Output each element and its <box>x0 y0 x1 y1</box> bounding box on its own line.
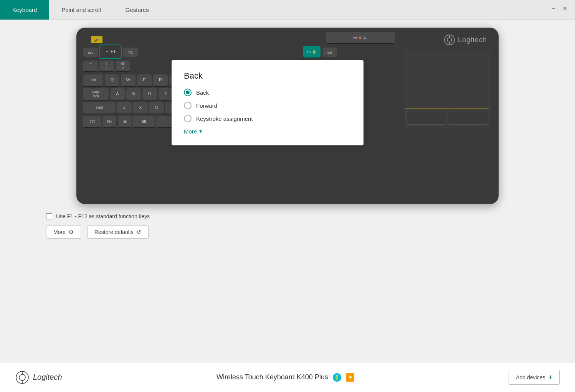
svg-point-1 <box>447 38 452 42</box>
star-status-icon: ✱ <box>346 373 354 382</box>
add-devices-label: Add devices <box>516 374 545 380</box>
key-1[interactable]: !1 <box>99 61 114 72</box>
key-f2[interactable]: F2 <box>123 48 138 58</box>
more-button[interactable]: More ⚙ <box>46 226 81 239</box>
key-f[interactable]: F <box>159 88 173 100</box>
tab-gestures[interactable]: Gestures <box>113 0 161 20</box>
touchpad-left-button[interactable] <box>406 111 446 125</box>
tab-point-scroll[interactable]: Point and scroll <box>49 0 113 20</box>
radio-back[interactable]: Back <box>184 89 351 96</box>
key-d[interactable]: D <box>142 88 157 100</box>
key-capslock[interactable]: capslock <box>83 88 109 100</box>
device-name: Wireless Touch Keyboard K400 Plus <box>216 373 328 381</box>
battery-led: 🎤 <box>91 36 102 43</box>
footer-logo: Logitech <box>15 371 62 384</box>
key-c[interactable]: C <box>149 102 164 114</box>
battery-status-icon: 🔋 <box>333 373 341 382</box>
touchpad[interactable] <box>405 51 489 127</box>
function-keys-checkbox[interactable] <box>46 213 52 219</box>
restore-defaults-button[interactable]: Restore defaults ↺ <box>87 226 149 239</box>
close-button[interactable]: ✕ <box>560 3 570 14</box>
touchpad-divider <box>405 109 489 109</box>
radio-forward-label: Forward <box>196 102 217 109</box>
key-del[interactable]: del <box>323 48 337 58</box>
minimize-button[interactable]: − <box>548 3 559 14</box>
add-devices-icon: + <box>548 373 552 381</box>
key-r[interactable]: R <box>153 74 168 87</box>
key-esc[interactable]: esc <box>83 48 98 58</box>
radio-back-label: Back <box>196 89 209 96</box>
keyboard-area: Logitech 🎤 esc ← F1 F2 ins 🔒 del back <box>76 28 499 204</box>
key-a[interactable]: A <box>110 88 125 100</box>
mic-icon: 🎤 <box>94 37 100 42</box>
popup-more-label: More <box>184 128 197 135</box>
key-shift-left[interactable]: shift <box>83 102 116 114</box>
radio-keystroke[interactable]: Keystroke assignment <box>184 115 351 122</box>
more-button-label: More <box>53 229 66 235</box>
radio-forward[interactable]: Forward <box>184 102 351 109</box>
touchpad-right-button[interactable] <box>448 111 488 125</box>
key-win[interactable]: ⊞ <box>118 116 132 128</box>
key-tab[interactable]: tab <box>83 74 103 87</box>
key-alt-left[interactable]: alt <box>133 116 155 128</box>
key-fn[interactable]: FN <box>102 116 116 128</box>
radio-forward-circle <box>184 102 192 109</box>
svg-point-5 <box>19 374 25 380</box>
gear-icon: ⚙ <box>69 229 74 235</box>
key-x[interactable]: X <box>133 102 148 114</box>
radio-keystroke-label: Keystroke assignment <box>196 115 253 122</box>
popup-more-chevron: ▾ <box>199 128 202 135</box>
restore-icon: ↺ <box>137 229 141 235</box>
title-bar: − ✕ <box>544 0 575 17</box>
key-z[interactable]: Z <box>117 102 132 114</box>
popup-more-button[interactable]: More ▾ <box>184 128 202 135</box>
main-content: Logitech 🎤 esc ← F1 F2 ins 🔒 del back <box>0 20 575 246</box>
footer: Logitech Wireless Touch Keyboard K400 Pl… <box>0 362 575 392</box>
button-row: More ⚙ Restore defaults ↺ <box>46 226 552 239</box>
logitech-logo-icon <box>15 371 29 384</box>
radio-back-circle <box>184 89 192 96</box>
add-devices-button[interactable]: Add devices + <box>509 370 560 385</box>
logitech-badge: Logitech <box>444 35 487 45</box>
key-w[interactable]: W <box>121 74 135 87</box>
bottom-controls: Use F1 - F12 as standard function keys M… <box>23 213 552 239</box>
tab-bar: Keyboard Point and scroll Gestures <box>0 0 575 20</box>
footer-device-info: Wireless Touch Keyboard K400 Plus 🔋 ✱ <box>216 373 354 382</box>
checkbox-row: Use F1 - F12 as standard function keys <box>46 213 552 219</box>
key-ctrl-left[interactable]: ctrl <box>83 116 101 128</box>
touchpad-buttons <box>405 110 489 125</box>
tab-keyboard[interactable]: Keyboard <box>0 0 49 20</box>
key-s[interactable]: S <box>126 88 141 100</box>
footer-logo-text: Logitech <box>33 373 62 382</box>
key-e[interactable]: E <box>137 74 152 87</box>
key-q[interactable]: Q <box>105 74 119 87</box>
restore-button-label: Restore defaults <box>94 229 134 235</box>
key-media-top[interactable]: ⏮ 🔇 🔈 <box>326 32 395 44</box>
key-ins[interactable]: ins 🔒 <box>303 46 321 58</box>
radio-keystroke-circle <box>184 115 192 122</box>
key-f1[interactable]: ← F1 <box>99 44 122 59</box>
key-tilde[interactable]: ~` <box>83 61 98 72</box>
popup-title: Back <box>184 71 351 81</box>
footer-right: Add devices + <box>509 370 560 385</box>
key-2[interactable]: @2 <box>116 61 130 72</box>
popup-back-assignment: Back Back Forward Keystroke assignment M… <box>172 60 364 145</box>
checkbox-label: Use F1 - F12 as standard function keys <box>56 213 150 219</box>
